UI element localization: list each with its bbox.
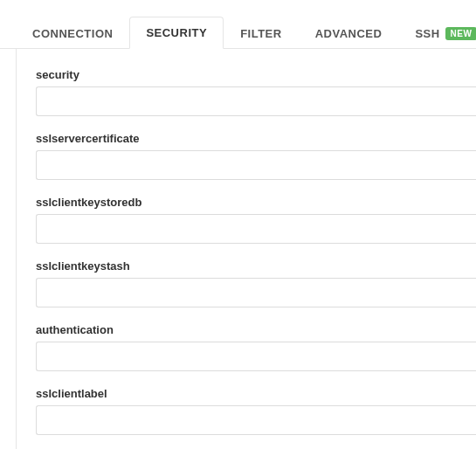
tab-connection[interactable]: CONNECTION [16,17,129,49]
tab-label: CONNECTION [32,27,113,40]
new-badge: NEW [445,27,476,40]
label-sslservercertificate: sslservercertificate [36,132,476,145]
input-authentication[interactable] [36,342,476,371]
tab-advanced[interactable]: ADVANCED [299,17,399,49]
input-sslclientlabel[interactable] [36,405,476,435]
tab-filter[interactable]: FILTER [224,17,299,49]
tab-label: SSH [415,27,439,40]
input-sslclientkeystash[interactable] [36,278,476,307]
label-sslclientkeystoredb: sslclientkeystoredb [36,196,476,209]
tab-label: FILTER [240,27,282,40]
label-sslclientlabel: sslclientlabel [36,387,476,400]
form-group-sslclientkeystash: sslclientkeystash [36,259,476,307]
form-group-sslservercertificate: sslservercertificate [36,132,476,180]
form-group-security: security [36,68,476,116]
label-authentication: authentication [36,323,476,336]
form-group-authentication: authentication [36,323,476,371]
form-group-sslclientkeystoredb: sslclientkeystoredb [36,196,476,244]
tab-security[interactable]: SECURITY [129,17,224,49]
form-group-sslclientlabel: sslclientlabel [36,387,476,435]
security-panel: security sslservercertificate sslclientk… [16,49,476,449]
input-sslservercertificate[interactable] [36,150,476,180]
tab-label: ADVANCED [315,27,383,40]
tab-bar: CONNECTION SECURITY FILTER ADVANCED SSH … [0,0,476,49]
input-security[interactable] [36,86,476,116]
label-sslclientkeystash: sslclientkeystash [36,259,476,273]
label-security: security [36,68,476,81]
tab-ssh[interactable]: SSH NEW [398,17,476,49]
input-sslclientkeystoredb[interactable] [36,214,476,244]
tab-label: SECURITY [146,26,207,39]
